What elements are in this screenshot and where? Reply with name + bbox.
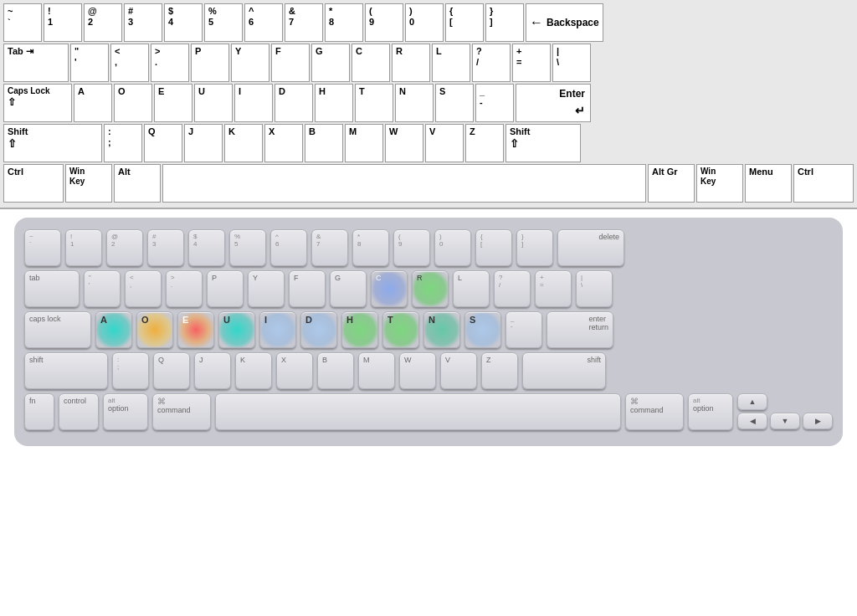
- mac-key-4[interactable]: $4: [188, 229, 225, 266]
- key-1[interactable]: !1: [44, 3, 82, 42]
- key-g[interactable]: G: [311, 44, 350, 82]
- mac-key-n[interactable]: N: [423, 311, 460, 348]
- key-shift-right[interactable]: Shift ⇧: [505, 124, 581, 162]
- key-9[interactable]: (9: [365, 3, 403, 42]
- mac-key-s[interactable]: S: [464, 311, 501, 348]
- key-2[interactable]: @2: [84, 3, 122, 42]
- mac-key-shift-left[interactable]: shift: [24, 352, 108, 389]
- mac-key-delete[interactable]: delete: [557, 229, 624, 266]
- mac-key-e[interactable]: E: [177, 311, 214, 348]
- key-ctrl-right[interactable]: Ctrl: [793, 164, 854, 203]
- mac-key-space[interactable]: [215, 393, 621, 430]
- mac-key-arrow-left[interactable]: ◀: [737, 413, 767, 429]
- mac-key-cmd-left[interactable]: ⌘command: [152, 393, 211, 430]
- key-shift-left[interactable]: Shift ⇧: [3, 124, 102, 162]
- mac-key-9[interactable]: (9: [393, 229, 430, 266]
- key-win-left[interactable]: WinKey: [65, 164, 112, 203]
- mac-key-plus[interactable]: +=: [535, 270, 572, 307]
- key-ctrl-left[interactable]: Ctrl: [3, 164, 64, 203]
- key-a[interactable]: A: [74, 84, 112, 122]
- key-l[interactable]: L: [432, 44, 470, 82]
- mac-key-gt[interactable]: >.: [166, 270, 203, 307]
- key-7[interactable]: &7: [285, 3, 323, 42]
- mac-key-z[interactable]: Z: [481, 352, 518, 389]
- key-u[interactable]: U: [194, 84, 233, 122]
- key-alt-left[interactable]: Alt: [114, 164, 161, 203]
- mac-key-5[interactable]: %5: [229, 229, 266, 266]
- mac-key-b[interactable]: B: [317, 352, 354, 389]
- mac-key-arrow-right[interactable]: ▶: [803, 413, 833, 429]
- mac-key-pipe[interactable]: |\: [576, 270, 613, 307]
- mac-key-h[interactable]: H: [341, 311, 378, 348]
- key-bracket-left[interactable]: {[: [445, 3, 484, 42]
- key-menu[interactable]: Menu: [745, 164, 792, 203]
- key-comma[interactable]: <,: [110, 44, 149, 82]
- key-quote[interactable]: "': [70, 44, 109, 82]
- mac-key-quote[interactable]: "': [84, 270, 121, 307]
- key-v[interactable]: V: [425, 124, 464, 162]
- mac-key-shift-right[interactable]: shift: [522, 352, 606, 389]
- key-space[interactable]: [162, 164, 646, 203]
- mac-key-j[interactable]: J: [194, 352, 231, 389]
- key-m[interactable]: M: [345, 124, 383, 162]
- key-semicolon[interactable]: :;: [104, 124, 142, 162]
- mac-key-ctrl[interactable]: control: [59, 393, 99, 430]
- mac-key-option-right[interactable]: altoption: [688, 393, 733, 430]
- key-period[interactable]: >.: [151, 44, 189, 82]
- mac-key-tab[interactable]: tab: [24, 270, 80, 307]
- key-x[interactable]: X: [264, 124, 303, 162]
- key-p[interactable]: P: [191, 44, 229, 82]
- key-bracket-right[interactable]: }]: [485, 3, 524, 42]
- mac-key-0[interactable]: )0: [434, 229, 471, 266]
- mac-key-6[interactable]: ^6: [270, 229, 307, 266]
- mac-key-r[interactable]: R: [412, 270, 449, 307]
- key-6[interactable]: ^6: [244, 3, 283, 42]
- mac-key-question[interactable]: ?/: [494, 270, 531, 307]
- key-3[interactable]: #3: [124, 3, 162, 42]
- mac-key-tilde[interactable]: ~`: [24, 229, 61, 266]
- mac-key-q[interactable]: Q: [153, 352, 190, 389]
- key-equals[interactable]: +=: [512, 44, 551, 82]
- key-b[interactable]: B: [305, 124, 343, 162]
- mac-key-y[interactable]: Y: [248, 270, 285, 307]
- mac-key-f[interactable]: F: [289, 270, 326, 307]
- mac-key-u[interactable]: U: [218, 311, 255, 348]
- mac-key-t[interactable]: T: [382, 311, 419, 348]
- key-j[interactable]: J: [184, 124, 223, 162]
- mac-key-w[interactable]: W: [399, 352, 436, 389]
- mac-key-k[interactable]: K: [235, 352, 272, 389]
- mac-key-arrow-up[interactable]: ▲: [737, 393, 767, 410]
- mac-key-1[interactable]: !1: [65, 229, 102, 266]
- key-q[interactable]: Q: [144, 124, 182, 162]
- mac-key-a[interactable]: A: [95, 311, 132, 348]
- mac-key-o[interactable]: O: [136, 311, 173, 348]
- mac-key-lt[interactable]: <,: [125, 270, 162, 307]
- mac-key-return[interactable]: enterreturn: [547, 311, 613, 348]
- key-c[interactable]: C: [352, 44, 390, 82]
- mac-key-option-left[interactable]: altoption: [103, 393, 148, 430]
- mac-key-m[interactable]: M: [358, 352, 395, 389]
- mac-key-fn[interactable]: fn: [24, 393, 54, 430]
- mac-key-arrow-down[interactable]: ▼: [770, 413, 800, 429]
- key-altgr[interactable]: Alt Gr: [648, 164, 695, 203]
- mac-key-i[interactable]: I: [259, 311, 296, 348]
- mac-key-2[interactable]: @2: [106, 229, 143, 266]
- key-backslash[interactable]: |\: [552, 44, 591, 82]
- mac-key-v[interactable]: V: [440, 352, 477, 389]
- key-e[interactable]: E: [154, 84, 192, 122]
- key-enter[interactable]: Enter ↵: [516, 84, 591, 122]
- key-n[interactable]: N: [395, 84, 434, 122]
- mac-key-7[interactable]: &7: [311, 229, 348, 266]
- mac-key-x[interactable]: X: [276, 352, 313, 389]
- key-tilde[interactable]: ~`: [3, 3, 42, 42]
- mac-key-brace-r[interactable]: }]: [516, 229, 553, 266]
- mac-key-d[interactable]: D: [300, 311, 337, 348]
- key-backspace[interactable]: ← Backspace: [526, 3, 603, 42]
- mac-key-brace-l[interactable]: {[: [475, 229, 512, 266]
- mac-key-colon[interactable]: :;: [112, 352, 149, 389]
- key-i[interactable]: I: [234, 84, 273, 122]
- key-5[interactable]: %5: [204, 3, 243, 42]
- key-k[interactable]: K: [224, 124, 263, 162]
- key-y[interactable]: Y: [231, 44, 269, 82]
- key-r[interactable]: R: [392, 44, 430, 82]
